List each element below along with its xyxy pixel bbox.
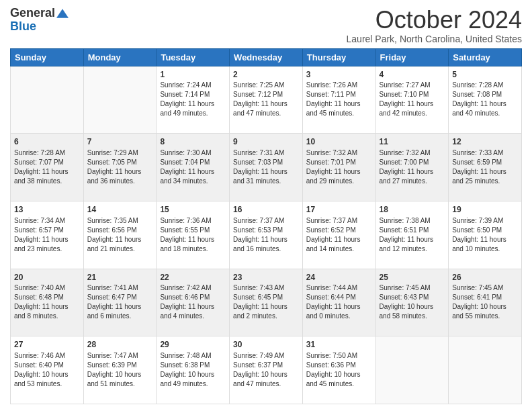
calendar-header-tuesday: Tuesday: [157, 48, 230, 66]
day-info: Sunrise: 7:48 AM Sunset: 6:38 PM Dayligh…: [160, 351, 226, 389]
day-info: Sunrise: 7:50 AM Sunset: 6:36 PM Dayligh…: [306, 351, 372, 389]
day-number: 21: [87, 272, 153, 283]
day-info: Sunrise: 7:40 AM Sunset: 6:48 PM Dayligh…: [14, 283, 80, 321]
day-number: 26: [452, 272, 518, 283]
calendar-cell: 7Sunrise: 7:29 AM Sunset: 7:05 PM Daylig…: [83, 134, 157, 201]
calendar-cell: 19Sunrise: 7:39 AM Sunset: 6:50 PM Dayli…: [449, 201, 522, 269]
calendar-cell: 2Sunrise: 7:25 AM Sunset: 7:12 PM Daylig…: [230, 66, 303, 134]
calendar-cell: [375, 336, 449, 404]
calendar-cell: [11, 66, 84, 134]
calendar-header-wednesday: Wednesday: [230, 48, 303, 66]
calendar-cell: 28Sunrise: 7:47 AM Sunset: 6:39 PM Dayli…: [83, 336, 157, 404]
day-info: Sunrise: 7:33 AM Sunset: 6:59 PM Dayligh…: [452, 148, 518, 186]
day-info: Sunrise: 7:26 AM Sunset: 7:11 PM Dayligh…: [306, 81, 372, 118]
day-number: 3: [306, 69, 372, 81]
calendar-cell: 12Sunrise: 7:33 AM Sunset: 6:59 PM Dayli…: [449, 134, 522, 201]
day-number: 12: [452, 136, 518, 148]
calendar-header-saturday: Saturday: [449, 48, 522, 66]
day-number: 7: [87, 136, 153, 148]
day-number: 20: [14, 272, 80, 283]
week-row-5: 27Sunrise: 7:46 AM Sunset: 6:40 PM Dayli…: [11, 336, 522, 404]
day-info: Sunrise: 7:47 AM Sunset: 6:39 PM Dayligh…: [87, 351, 153, 389]
logo-general: General: [10, 7, 55, 20]
day-number: 29: [160, 339, 226, 351]
day-info: Sunrise: 7:32 AM Sunset: 7:01 PM Dayligh…: [306, 148, 372, 186]
day-number: 17: [306, 204, 372, 216]
day-number: 5: [452, 69, 518, 81]
day-info: Sunrise: 7:32 AM Sunset: 7:00 PM Dayligh…: [380, 148, 445, 186]
day-number: 24: [306, 272, 372, 283]
day-info: Sunrise: 7:31 AM Sunset: 7:03 PM Dayligh…: [233, 148, 299, 186]
day-info: Sunrise: 7:30 AM Sunset: 7:04 PM Dayligh…: [160, 148, 226, 186]
day-info: Sunrise: 7:36 AM Sunset: 6:55 PM Dayligh…: [160, 216, 226, 254]
location: Laurel Park, North Carolina, United Stat…: [347, 34, 522, 44]
calendar-header-monday: Monday: [83, 48, 157, 66]
calendar-table: SundayMondayTuesdayWednesdayThursdayFrid…: [10, 48, 522, 404]
calendar-cell: 30Sunrise: 7:49 AM Sunset: 6:37 PM Dayli…: [230, 336, 303, 404]
header: General Blue October 2024 Laurel Park, N…: [10, 7, 522, 44]
day-info: Sunrise: 7:42 AM Sunset: 6:46 PM Dayligh…: [160, 283, 226, 321]
day-number: 13: [14, 204, 80, 216]
day-info: Sunrise: 7:43 AM Sunset: 6:45 PM Dayligh…: [233, 283, 299, 321]
calendar-cell: 10Sunrise: 7:32 AM Sunset: 7:01 PM Dayli…: [302, 134, 375, 201]
day-info: Sunrise: 7:38 AM Sunset: 6:51 PM Dayligh…: [380, 216, 445, 254]
day-number: 15: [160, 204, 226, 216]
calendar-cell: 8Sunrise: 7:30 AM Sunset: 7:04 PM Daylig…: [157, 134, 230, 201]
day-info: Sunrise: 7:35 AM Sunset: 6:56 PM Dayligh…: [87, 216, 153, 254]
page: General Blue October 2024 Laurel Park, N…: [0, 0, 532, 411]
day-number: 25: [380, 272, 445, 283]
calendar-cell: 16Sunrise: 7:37 AM Sunset: 6:53 PM Dayli…: [230, 201, 303, 269]
day-info: Sunrise: 7:34 AM Sunset: 6:57 PM Dayligh…: [14, 216, 80, 254]
day-number: 16: [233, 204, 299, 216]
calendar-cell: 29Sunrise: 7:48 AM Sunset: 6:38 PM Dayli…: [157, 336, 230, 404]
week-row-3: 13Sunrise: 7:34 AM Sunset: 6:57 PM Dayli…: [11, 201, 522, 269]
title-section: October 2024 Laurel Park, North Carolina…: [347, 7, 522, 44]
svg-marker-0: [56, 9, 69, 18]
day-info: Sunrise: 7:45 AM Sunset: 6:41 PM Dayligh…: [452, 283, 518, 321]
logo: General Blue: [10, 7, 69, 34]
calendar-cell: 18Sunrise: 7:38 AM Sunset: 6:51 PM Dayli…: [375, 201, 449, 269]
day-number: 10: [306, 136, 372, 148]
calendar-cell: 31Sunrise: 7:50 AM Sunset: 6:36 PM Dayli…: [302, 336, 375, 404]
day-number: 6: [14, 136, 80, 148]
day-number: 14: [87, 204, 153, 216]
day-info: Sunrise: 7:24 AM Sunset: 7:14 PM Dayligh…: [160, 81, 226, 118]
day-info: Sunrise: 7:27 AM Sunset: 7:10 PM Dayligh…: [380, 81, 445, 118]
calendar-cell: 24Sunrise: 7:44 AM Sunset: 6:44 PM Dayli…: [302, 269, 375, 336]
month-title: October 2024: [347, 7, 522, 34]
day-number: 30: [233, 339, 299, 351]
calendar-cell: 15Sunrise: 7:36 AM Sunset: 6:55 PM Dayli…: [157, 201, 230, 269]
calendar-cell: 23Sunrise: 7:43 AM Sunset: 6:45 PM Dayli…: [230, 269, 303, 336]
calendar-cell: 5Sunrise: 7:28 AM Sunset: 7:08 PM Daylig…: [449, 66, 522, 134]
day-number: 22: [160, 272, 226, 283]
calendar-cell: 4Sunrise: 7:27 AM Sunset: 7:10 PM Daylig…: [375, 66, 449, 134]
day-info: Sunrise: 7:37 AM Sunset: 6:53 PM Dayligh…: [233, 216, 299, 254]
day-number: 19: [452, 204, 518, 216]
calendar-header-row: SundayMondayTuesdayWednesdayThursdayFrid…: [11, 48, 522, 66]
calendar-cell: [449, 336, 522, 404]
day-info: Sunrise: 7:29 AM Sunset: 7:05 PM Dayligh…: [87, 148, 153, 186]
calendar-cell: 13Sunrise: 7:34 AM Sunset: 6:57 PM Dayli…: [11, 201, 84, 269]
calendar-header-thursday: Thursday: [302, 48, 375, 66]
calendar-cell: 6Sunrise: 7:28 AM Sunset: 7:07 PM Daylig…: [11, 134, 84, 201]
calendar-cell: 14Sunrise: 7:35 AM Sunset: 6:56 PM Dayli…: [83, 201, 157, 269]
day-number: 31: [306, 339, 372, 351]
logo-icon: [56, 9, 69, 18]
day-info: Sunrise: 7:44 AM Sunset: 6:44 PM Dayligh…: [306, 283, 372, 321]
calendar-cell: 9Sunrise: 7:31 AM Sunset: 7:03 PM Daylig…: [230, 134, 303, 201]
day-info: Sunrise: 7:41 AM Sunset: 6:47 PM Dayligh…: [87, 283, 153, 321]
day-number: 23: [233, 272, 299, 283]
calendar-cell: 1Sunrise: 7:24 AM Sunset: 7:14 PM Daylig…: [157, 66, 230, 134]
calendar-cell: 11Sunrise: 7:32 AM Sunset: 7:00 PM Dayli…: [375, 134, 449, 201]
day-info: Sunrise: 7:28 AM Sunset: 7:08 PM Dayligh…: [452, 81, 518, 118]
day-info: Sunrise: 7:39 AM Sunset: 6:50 PM Dayligh…: [452, 216, 518, 254]
calendar-cell: [83, 66, 157, 134]
day-info: Sunrise: 7:45 AM Sunset: 6:43 PM Dayligh…: [380, 283, 445, 321]
calendar-cell: 22Sunrise: 7:42 AM Sunset: 6:46 PM Dayli…: [157, 269, 230, 336]
calendar-cell: 20Sunrise: 7:40 AM Sunset: 6:48 PM Dayli…: [11, 269, 84, 336]
day-number: 11: [380, 136, 445, 148]
day-number: 28: [87, 339, 153, 351]
day-info: Sunrise: 7:49 AM Sunset: 6:37 PM Dayligh…: [233, 351, 299, 389]
day-number: 9: [233, 136, 299, 148]
calendar-cell: 26Sunrise: 7:45 AM Sunset: 6:41 PM Dayli…: [449, 269, 522, 336]
